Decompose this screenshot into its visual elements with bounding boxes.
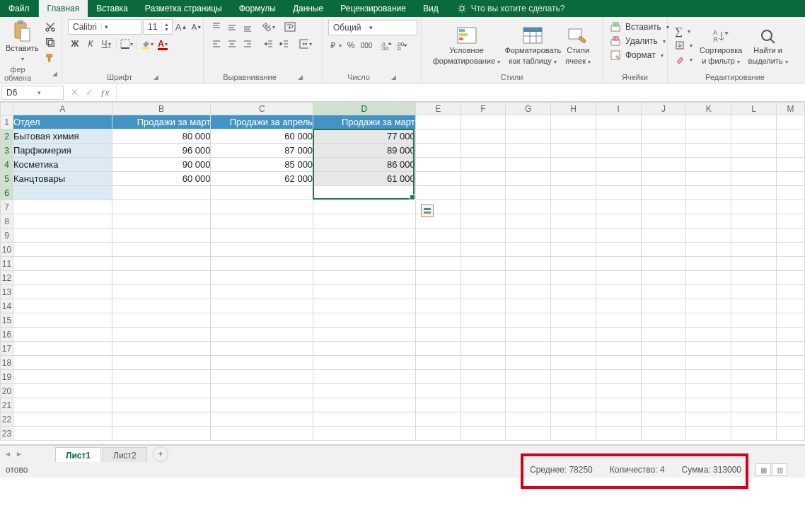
cell-A11[interactable] <box>13 257 112 271</box>
cell-B14[interactable] <box>112 299 211 313</box>
cell-L11[interactable] <box>731 257 777 271</box>
font-name-combo[interactable]: Calibri▾ <box>68 19 141 35</box>
tab-review[interactable]: Рецензирование <box>332 0 415 17</box>
cell-M7[interactable] <box>777 200 805 214</box>
number-format-combo[interactable]: Общий▾ <box>328 20 417 35</box>
cell-F5[interactable] <box>461 172 506 186</box>
cell-L19[interactable] <box>731 370 777 384</box>
cell-I14[interactable] <box>596 299 641 313</box>
cell-C21[interactable] <box>211 398 313 412</box>
border-button[interactable]: ▾ <box>120 37 134 51</box>
cell-F2[interactable] <box>461 129 506 144</box>
cell-K19[interactable] <box>686 370 731 384</box>
cell-G19[interactable] <box>506 370 551 384</box>
cell-D12[interactable] <box>313 271 416 285</box>
cell-C4[interactable]: 85 000 <box>211 158 313 172</box>
sheet-nav-left-icon[interactable]: ◄ <box>3 450 13 458</box>
cell-A21[interactable] <box>13 398 112 412</box>
cell-K15[interactable] <box>686 313 731 328</box>
format-as-table-button[interactable]: Форматировать как таблицу ▾ <box>504 26 561 66</box>
cell-I19[interactable] <box>596 370 641 384</box>
cell-D6[interactable] <box>313 186 416 200</box>
cut-button[interactable] <box>43 20 57 34</box>
cell-G23[interactable] <box>506 427 551 441</box>
cell-M9[interactable] <box>777 229 805 243</box>
cell-B7[interactable] <box>112 200 211 214</box>
bold-button[interactable]: Ж <box>68 37 82 51</box>
row-header-6[interactable]: 6 <box>1 186 13 200</box>
row-header-13[interactable]: 13 <box>1 285 13 299</box>
dialog-launcher-icon[interactable]: ◢ <box>154 74 158 81</box>
cell-K9[interactable] <box>686 229 731 243</box>
col-header-C[interactable]: C <box>211 103 313 115</box>
cell-H8[interactable] <box>551 214 596 229</box>
row-header-1[interactable]: 1 <box>1 115 13 129</box>
cell-M10[interactable] <box>777 243 805 257</box>
grow-font-button[interactable]: A▲ <box>174 20 188 34</box>
cell-G9[interactable] <box>506 229 551 243</box>
cell-K3[interactable] <box>686 144 731 158</box>
cell-F1[interactable] <box>461 115 506 129</box>
cell-E13[interactable] <box>415 285 461 299</box>
cell-M21[interactable] <box>777 398 805 412</box>
cell-K1[interactable] <box>686 115 731 129</box>
cell-H22[interactable] <box>551 412 596 427</box>
cell-J17[interactable] <box>641 342 686 356</box>
cell-E10[interactable] <box>415 243 461 257</box>
cell-I15[interactable] <box>596 313 641 328</box>
cell-K12[interactable] <box>686 271 731 285</box>
cell-H1[interactable] <box>551 115 596 129</box>
cell-J16[interactable] <box>641 328 686 342</box>
autofill-options-icon[interactable] <box>421 204 434 217</box>
cell-G10[interactable] <box>506 243 551 257</box>
format-painter-button[interactable] <box>43 51 57 65</box>
cell-K7[interactable] <box>686 200 731 214</box>
tab-home[interactable]: Главная <box>39 0 88 17</box>
cell-A18[interactable] <box>13 356 112 370</box>
cell-E1[interactable] <box>415 115 461 129</box>
row-header-18[interactable]: 18 <box>1 356 13 370</box>
cell-F21[interactable] <box>461 398 506 412</box>
cell-I7[interactable] <box>596 200 641 214</box>
cell-G1[interactable] <box>506 115 551 129</box>
cell-G16[interactable] <box>506 328 551 342</box>
cell-F4[interactable] <box>461 158 506 172</box>
cell-C13[interactable] <box>211 285 313 299</box>
cell-F20[interactable] <box>461 384 506 398</box>
cell-H14[interactable] <box>551 299 596 313</box>
cell-L5[interactable] <box>731 172 777 186</box>
cell-L10[interactable] <box>731 243 777 257</box>
cell-E14[interactable] <box>415 299 461 313</box>
cell-E9[interactable] <box>415 229 461 243</box>
cell-E4[interactable] <box>415 158 461 172</box>
cell-J5[interactable] <box>641 172 686 186</box>
cell-C22[interactable] <box>211 412 313 427</box>
cell-B4[interactable]: 90 000 <box>112 158 211 172</box>
cell-D20[interactable] <box>313 384 416 398</box>
cell-A22[interactable] <box>13 412 112 427</box>
row-header-12[interactable]: 12 <box>1 271 13 285</box>
format-cells-button[interactable]: Формат▾ <box>608 48 665 62</box>
italic-button[interactable]: К <box>83 37 98 51</box>
cell-M16[interactable] <box>777 328 805 342</box>
cell-L7[interactable] <box>731 200 777 214</box>
cell-J20[interactable] <box>641 384 686 398</box>
cell-A14[interactable] <box>13 299 112 313</box>
sheet-nav-right-icon[interactable]: ► <box>14 450 24 458</box>
cell-H20[interactable] <box>551 384 596 398</box>
cell-E22[interactable] <box>415 412 461 427</box>
row-header-19[interactable]: 19 <box>1 370 13 384</box>
cell-K16[interactable] <box>686 328 731 342</box>
tab-view[interactable]: Вид <box>415 0 447 17</box>
cell-H6[interactable] <box>551 186 596 200</box>
cell-F17[interactable] <box>461 342 506 356</box>
view-normal-icon[interactable]: ▦ <box>755 463 771 476</box>
cell-L8[interactable] <box>731 214 777 229</box>
cell-H5[interactable] <box>551 172 596 186</box>
cell-H13[interactable] <box>551 285 596 299</box>
col-header-A[interactable]: A <box>13 103 112 115</box>
row-header-17[interactable]: 17 <box>1 342 13 356</box>
cell-M12[interactable] <box>777 271 805 285</box>
cell-F7[interactable] <box>461 200 506 214</box>
cell-J18[interactable] <box>641 356 686 370</box>
